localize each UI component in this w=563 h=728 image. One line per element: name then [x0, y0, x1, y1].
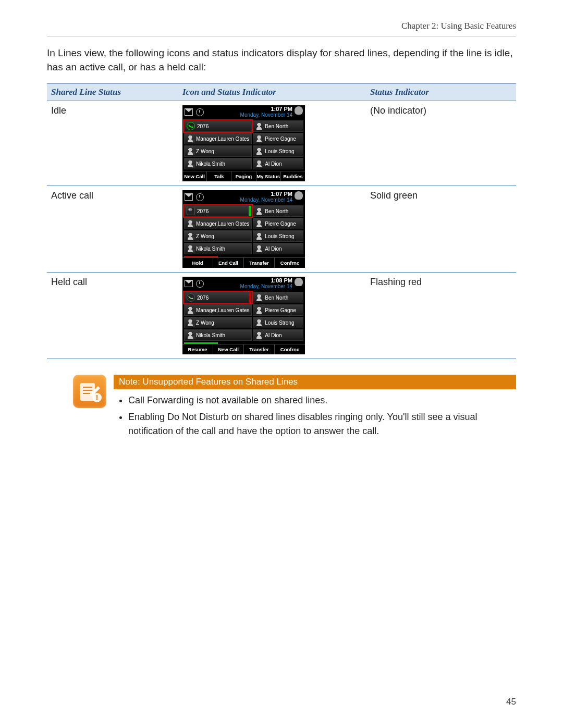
contact-label: Al Dion: [265, 246, 282, 252]
softkey: End Call: [213, 258, 244, 268]
line-key: Ben North: [253, 292, 303, 303]
line-ext: 2076: [197, 124, 209, 129]
contact-label: Louis Strong: [265, 149, 294, 154]
softkey: Hold: [182, 258, 213, 268]
contact-label: Nikola Smith: [196, 161, 225, 167]
line-key: Nikola Smith: [184, 158, 252, 169]
cell-indicator: (No indicator): [366, 101, 516, 186]
th-indicator: Status Indicator: [366, 84, 516, 101]
contact-icon: [255, 135, 263, 142]
contact-label: Manager,Lauren Gates: [196, 136, 249, 142]
softkey: Talk: [207, 171, 231, 181]
contact-icon: [255, 232, 263, 240]
avatar-icon: [295, 278, 303, 286]
contact-icon: [255, 294, 263, 301]
line-key: Z Wong: [184, 230, 252, 242]
softkey: Transfer: [244, 344, 275, 354]
contact-label: Manager,Lauren Gates: [196, 307, 249, 313]
contact-label: Manager,Lauren Gates: [196, 221, 249, 227]
softkey: Buddies: [281, 171, 305, 181]
contact-icon: [187, 319, 194, 326]
phone-screenshot: 1:07 PMMonday, November 14 2076Ben North…: [182, 190, 305, 268]
softkey-bar: ResumeNew CallTransferConfrnc: [182, 344, 305, 354]
time-label: 1:07 PM: [207, 106, 292, 113]
line-key: Louis Strong: [253, 145, 303, 157]
contact-label: Pierre Gagne: [265, 136, 296, 142]
contact-icon: [187, 147, 194, 155]
table-row: Idle 1:07 PMMonday, November 14 2076Ben …: [47, 101, 516, 186]
line-key: Ben North: [253, 205, 303, 217]
note-block: ! Note: Unsupported Features on Shared L…: [73, 375, 516, 440]
line-ext: 2076: [197, 295, 209, 301]
line-key: Z Wong: [184, 317, 252, 328]
status-bar: 1:07 PMMonday, November 14: [182, 105, 305, 119]
line-grid: 2076Ben NorthManager,Lauren GatesPierre …: [182, 204, 305, 256]
line-key: Al Dion: [253, 329, 303, 341]
contact-icon: [255, 306, 263, 314]
contact-label: Z Wong: [196, 149, 214, 154]
datetime: 1:07 PMMonday, November 14: [207, 106, 292, 118]
contact-icon: [187, 245, 194, 252]
line-key-primary: 2076: [184, 120, 252, 132]
note-item: Enabling Do Not Disturb on shared lines …: [128, 410, 516, 437]
phone-screenshot: 1:08 PMMonday, November 14 2076Ben North…: [182, 277, 305, 354]
envelope-icon: [185, 280, 193, 287]
contact-label: Al Dion: [265, 332, 282, 338]
line-key-primary: 2076: [184, 205, 252, 217]
cell-phone: 1:07 PMMonday, November 14 2076Ben North…: [178, 186, 366, 273]
line-key-primary: 2076: [184, 292, 252, 303]
softkey: New Call: [182, 171, 207, 181]
note-item: Call Forwarding is not available on shar…: [128, 393, 516, 407]
date-label: Monday, November 14: [207, 113, 292, 118]
softkey: Confrnc: [275, 344, 305, 354]
phone-screenshot: 1:07 PMMonday, November 14 2076Ben North…: [182, 105, 305, 181]
contact-icon: [255, 122, 263, 130]
envelope-icon: [185, 193, 193, 201]
line-key: Louis Strong: [253, 230, 303, 242]
avatar-icon: [295, 106, 303, 115]
softkey: Resume: [182, 344, 213, 354]
cell-phone: 1:08 PMMonday, November 14 2076Ben North…: [178, 273, 366, 359]
status-bar: 1:07 PMMonday, November 14: [182, 190, 305, 204]
cell-status: Active call: [47, 186, 178, 273]
contact-icon: [255, 319, 263, 326]
svg-text:!: !: [96, 393, 99, 402]
line-key: Manager,Lauren Gates: [184, 133, 252, 144]
contact-icon: [255, 245, 263, 252]
envelope-icon: [185, 108, 193, 116]
datetime: 1:08 PMMonday, November 14: [207, 278, 292, 289]
line-ext: 2076: [197, 208, 209, 214]
memo-alert-icon: !: [77, 379, 102, 404]
softkey: My Status: [256, 171, 281, 181]
contact-label: Pierre Gagne: [265, 307, 296, 313]
contact-label: Nikola Smith: [196, 246, 225, 252]
line-key: Louis Strong: [253, 317, 303, 328]
line-key: Al Dion: [253, 243, 303, 254]
contact-icon: [255, 147, 263, 155]
avatar-icon: [295, 191, 303, 200]
contact-label: Pierre Gagne: [265, 221, 296, 227]
line-key: Nikola Smith: [184, 243, 252, 254]
line-status-icon: [187, 293, 195, 302]
clock-icon: [196, 193, 204, 201]
line-status-icon: [187, 207, 195, 215]
contact-icon: [187, 160, 194, 167]
document-page: Chapter 2: Using Basic Features In Lines…: [0, 0, 563, 728]
contact-icon: [187, 232, 194, 240]
contact-label: Louis Strong: [265, 233, 294, 239]
line-key: Pierre Gagne: [253, 304, 303, 316]
date-label: Monday, November 14: [207, 284, 292, 290]
th-status: Shared Line Status: [47, 84, 178, 101]
clock-icon: [196, 280, 204, 288]
contact-label: Ben North: [265, 295, 288, 301]
cell-status: Idle: [47, 101, 178, 186]
th-icon: Icon and Status Indicator: [178, 84, 366, 101]
contact-label: Al Dion: [265, 161, 282, 167]
softkey: Paging: [231, 171, 256, 181]
table-header-row: Shared Line Status Icon and Status Indic…: [47, 84, 516, 101]
datetime: 1:07 PMMonday, November 14: [207, 191, 292, 203]
cell-indicator: Flashing red: [366, 273, 516, 359]
note-title: Note: Unsupported Features on Shared Lin…: [114, 375, 516, 389]
contact-icon: [187, 331, 194, 339]
line-key: Ben North: [253, 120, 303, 132]
